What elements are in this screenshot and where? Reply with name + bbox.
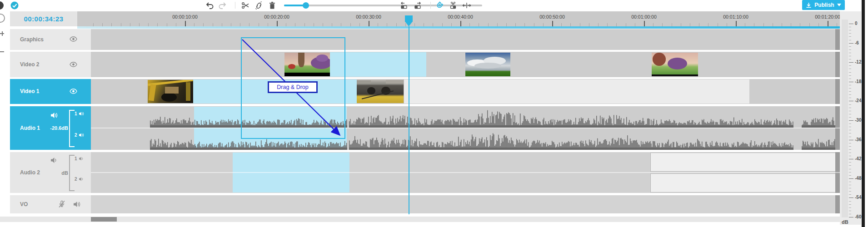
meter-tick xyxy=(849,69,851,69)
lane-divider xyxy=(91,172,840,173)
meter-tick xyxy=(849,146,851,147)
clip-thumbnail-clouds[interactable] xyxy=(465,53,510,76)
speaker-icon[interactable] xyxy=(73,201,81,208)
speaker-icon[interactable] xyxy=(79,133,85,138)
scissors-cut-button[interactable] xyxy=(240,1,250,10)
clip-thumbnail-machine[interactable] xyxy=(148,80,193,103)
ruler-minor-tick xyxy=(515,23,516,26)
speaker-icon[interactable] xyxy=(50,112,58,119)
ruler-minor-tick xyxy=(111,23,112,26)
speaker-icon[interactable] xyxy=(50,157,58,164)
zoom-in-rail-icon[interactable] xyxy=(0,31,5,36)
track-header-graphics[interactable]: Graphics xyxy=(10,29,91,50)
ruler-minor-tick xyxy=(773,23,773,26)
meter-tick xyxy=(849,217,853,217)
publish-button[interactable]: Publish xyxy=(802,0,845,10)
caret-down-icon[interactable] xyxy=(837,4,841,6)
audio2-empty-clip-ch2[interactable] xyxy=(650,173,840,192)
trash-button[interactable] xyxy=(267,1,277,10)
ruler-time-label: 00:00:50:00 xyxy=(539,14,564,20)
undo-button[interactable] xyxy=(205,1,215,10)
trim-start-button[interactable] xyxy=(399,1,409,10)
meter-tick xyxy=(849,98,851,98)
meter-tick xyxy=(849,101,853,101)
ruler-minor-tick xyxy=(506,23,507,26)
ruler-minor-tick xyxy=(148,23,149,26)
ruler-minor-tick xyxy=(800,23,800,26)
ruler-minor-tick xyxy=(442,23,443,26)
channel-2[interactable]: 2 xyxy=(75,133,85,138)
speaker-icon[interactable] xyxy=(79,156,85,161)
ruler-minor-tick xyxy=(194,23,195,26)
trim-end-button[interactable] xyxy=(413,1,423,10)
track-row-vo[interactable] xyxy=(91,195,840,213)
track-row-audio2[interactable] xyxy=(91,152,840,193)
speaker-icon[interactable] xyxy=(79,177,85,182)
thumbnail-art xyxy=(362,90,394,99)
ruler-minor-tick xyxy=(433,23,433,26)
microphone-muted-icon[interactable] xyxy=(58,200,65,208)
meter-tick xyxy=(849,194,851,195)
clip-thumbnail-dragon-2[interactable] xyxy=(652,53,698,76)
meter-tick xyxy=(849,207,851,208)
meter-db-label: -30 xyxy=(855,118,861,123)
visibility-eye-icon[interactable] xyxy=(70,61,77,68)
meter-tick xyxy=(849,185,851,185)
magnet-snap-button[interactable] xyxy=(434,1,444,10)
thumbnail-art xyxy=(668,58,687,69)
redo-button[interactable] xyxy=(217,1,227,10)
ruler-minor-tick xyxy=(469,23,470,26)
track-header-vo[interactable]: VO xyxy=(10,195,91,213)
meter-tick xyxy=(849,140,853,140)
drag-and-drop-label: Drag & Drop xyxy=(277,84,308,90)
horizontal-scrollbar[interactable] xyxy=(0,217,840,222)
channel-1[interactable]: 1 xyxy=(75,111,85,116)
unlink-button[interactable] xyxy=(254,1,264,10)
ruler-minor-tick xyxy=(387,23,387,26)
track-row-video2[interactable] xyxy=(91,52,840,77)
saved-check-icon xyxy=(10,1,20,10)
clip-thumbnail-taxi[interactable] xyxy=(357,80,404,103)
publish-label: Publish xyxy=(814,2,834,8)
meter-tick xyxy=(849,104,851,105)
track-row-video1[interactable] xyxy=(91,79,840,104)
track-header-video2[interactable]: Video 2 xyxy=(10,52,91,77)
meter-tick xyxy=(849,91,851,92)
ruler-minor-tick xyxy=(809,23,810,26)
ruler-minor-tick xyxy=(580,23,580,26)
meter-tick xyxy=(849,108,851,108)
horizontal-scrollbar-thumb[interactable] xyxy=(91,217,117,222)
track-label: VO xyxy=(20,201,28,207)
meter-tick xyxy=(849,94,851,95)
meter-tick xyxy=(849,153,851,153)
track-row-graphics[interactable] xyxy=(91,29,840,50)
zoom-out-rail-icon[interactable] xyxy=(0,49,5,54)
zoom-slider-thumb[interactable] xyxy=(303,2,309,9)
channel-2[interactable]: 2 xyxy=(75,177,85,182)
track-header-video1[interactable]: Video 1 xyxy=(10,79,91,104)
meter-tick xyxy=(849,33,851,34)
ruler-time-label: 00:00:10:00 xyxy=(172,14,197,20)
meter-tick xyxy=(849,36,851,37)
ruler-minor-tick xyxy=(414,23,415,26)
video1-empty-region[interactable] xyxy=(404,79,749,104)
meter-db-label: 0 xyxy=(855,21,858,26)
meter-tick xyxy=(849,159,853,159)
visibility-eye-icon[interactable] xyxy=(70,88,77,94)
channel-1[interactable]: 1 xyxy=(75,156,85,161)
audio2-empty-clip-ch1[interactable] xyxy=(650,153,840,172)
razor-split-button[interactable] xyxy=(448,1,458,10)
meter-db-label: -24 xyxy=(855,98,861,103)
ruler-minor-tick xyxy=(699,23,699,26)
speaker-icon[interactable] xyxy=(79,111,85,116)
ripple-move-button[interactable] xyxy=(462,1,472,10)
visibility-eye-icon[interactable] xyxy=(70,36,77,42)
ruler-minor-tick xyxy=(424,23,424,26)
track-header-audio1[interactable]: Audio 1 -20.6dB 1 2 xyxy=(10,106,91,150)
channel-label: 1 xyxy=(75,156,77,161)
track-header-audio2[interactable]: Audio 2 dB 1 2 xyxy=(10,152,91,193)
meter-tick xyxy=(849,30,851,30)
thumbnail-art xyxy=(652,74,698,76)
drag-and-drop-tooltip: Drag & Drop xyxy=(268,81,318,93)
timeline-ruler[interactable]: 00:00:10:0000:00:20:0000:00:30:0000:00:4… xyxy=(77,11,840,26)
